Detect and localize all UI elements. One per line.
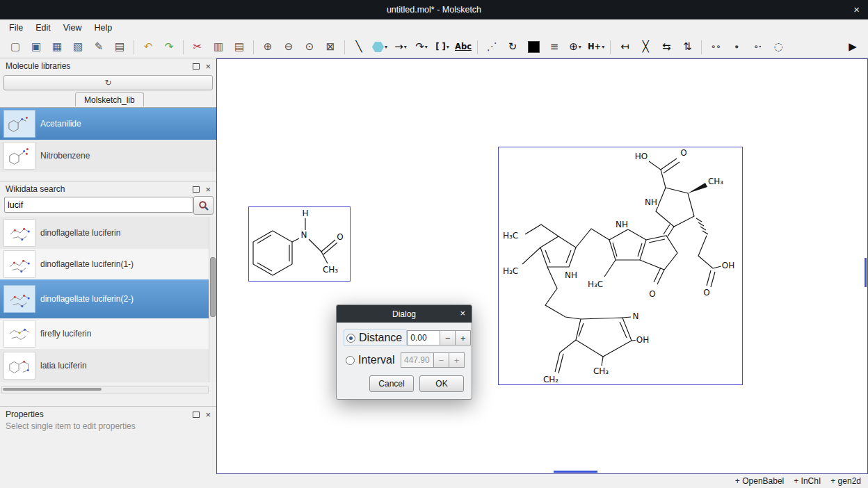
dialog-titlebar[interactable]: Dialog ×	[337, 305, 472, 323]
scrollbar-handle[interactable]	[3, 388, 102, 391]
zoom-out-button[interactable]: ⊖	[279, 39, 298, 56]
zoom-in-button[interactable]: ⊕	[258, 39, 278, 56]
flip-horizontal-tool-button[interactable]: ⇆	[657, 39, 676, 56]
properties-panel-title: Properties	[6, 409, 44, 419]
search-input[interactable]	[4, 197, 193, 213]
open-file-button[interactable]: ▣	[26, 39, 46, 56]
window-title: untitled.mol* - Molsketch	[387, 5, 481, 15]
redo-button[interactable]: ↷	[159, 39, 179, 56]
tab-molsketch-lib[interactable]: Molsketch_lib	[75, 92, 144, 106]
library-item-nitrobenzene[interactable]: Nitrobenzene	[0, 140, 216, 172]
bracket-tool-button[interactable]: [ ]▾	[433, 39, 452, 56]
float-panel-icon[interactable]	[193, 412, 200, 418]
ring-tool-button[interactable]: ▾	[370, 39, 389, 56]
libraries-panel-header: Molecule libraries ×	[0, 60, 216, 72]
dialog-close-button[interactable]: ×	[460, 308, 465, 318]
search-result-label: latia luciferin	[40, 361, 87, 371]
zoom-fit-button[interactable]: ⊠	[321, 39, 340, 56]
draw-tool-button[interactable]: ╲	[349, 39, 369, 56]
toolbar-extension-button[interactable]: ▶	[843, 39, 862, 56]
connect-tool-button[interactable]: ↤	[615, 39, 634, 56]
flip-horizontal-tool-icon: ⇆	[662, 42, 671, 52]
molecule-dinoflagellate-luciferin[interactable]: HOOCH₃NHNHH₃CH₃CNHH₃COOHONOHCH₃CH₂	[498, 147, 743, 385]
reaction-arrow-tool-button[interactable]: →▾	[391, 39, 410, 56]
search-result-item[interactable]: firefly luciferin	[0, 318, 216, 349]
search-horizontal-scrollbar[interactable]	[1, 387, 209, 393]
rotate-tool-button[interactable]: ↻	[503, 39, 522, 56]
line-width-tool-button[interactable]: ≡	[545, 39, 564, 56]
distance-row: Distance 0.00 − +	[344, 329, 465, 347]
paste-button[interactable]: ▤	[230, 39, 249, 56]
radical-tool-button[interactable]: ∙	[727, 39, 746, 56]
undo-button[interactable]: ↶	[138, 39, 158, 56]
atom-label: H₃C	[587, 280, 604, 289]
distance-value-field[interactable]: 0.00	[407, 330, 440, 345]
cut-icon: ✂	[193, 42, 202, 52]
molecule-acetanilide[interactable]: HNOCH₃	[248, 206, 351, 282]
aromaticity-tool-button[interactable]: ◌	[769, 39, 788, 56]
menu-edit[interactable]: Edit	[29, 21, 57, 35]
lone-pair-tool-button[interactable]: ∘∘	[706, 39, 725, 56]
interval-decrement-button[interactable]: −	[434, 352, 449, 368]
interval-increment-button[interactable]: +	[449, 352, 465, 368]
search-result-item-selected[interactable]: dinoflagellate luciferin(2-)	[0, 279, 216, 318]
canvas-horizontal-scroll-indicator[interactable]	[554, 471, 597, 473]
ok-button[interactable]: OK	[419, 375, 464, 392]
hydrogen-tool-button[interactable]: H+▾	[586, 39, 606, 56]
atom-label: H₃C	[502, 267, 519, 276]
distance-decrement-button[interactable]: −	[440, 330, 456, 345]
distance-radio[interactable]: Distance	[344, 330, 407, 346]
redo-icon: ↷	[165, 42, 174, 52]
bond-skeleton	[499, 147, 742, 384]
close-panel-icon[interactable]: ×	[205, 185, 211, 194]
properties-message: Select single item to edit properties	[6, 421, 211, 431]
atom-label: N	[632, 312, 640, 321]
search-vertical-scrollbar[interactable]	[209, 217, 216, 382]
zoom-original-button[interactable]: ⊙	[300, 39, 319, 56]
atom-label: OH	[721, 261, 735, 270]
color-picker-button[interactable]	[524, 39, 543, 56]
save-file-button[interactable]: ▦	[47, 39, 67, 56]
titlebar: untitled.mol* - Molsketch ×	[0, 0, 868, 19]
toolbar-separator	[253, 40, 254, 54]
search-result-item[interactable]: dinoflagellate luciferin(1-)	[0, 249, 216, 279]
atom-label: CH₂	[542, 375, 559, 384]
float-panel-icon[interactable]	[193, 63, 200, 70]
print-document-button[interactable]: ▤	[110, 39, 129, 56]
line-width-tool-icon: ≡	[550, 42, 559, 52]
hatch-tool-button[interactable]: ⋰	[482, 39, 501, 56]
search-result-item[interactable]: latia luciferin	[0, 349, 216, 382]
distance-increment-button[interactable]: +	[456, 330, 471, 345]
new-document-button[interactable]: ▢	[6, 39, 25, 56]
delete-tool-button[interactable]: ╳	[636, 39, 655, 56]
interval-value-field[interactable]: 447.90	[401, 352, 434, 368]
flip-vertical-tool-button[interactable]: ⇅	[677, 39, 697, 56]
close-panel-icon[interactable]: ×	[205, 410, 211, 419]
cut-button[interactable]: ✂	[188, 39, 207, 56]
search-button[interactable]	[193, 196, 214, 215]
edit-document-button[interactable]: ✎	[89, 39, 108, 56]
scrollbar-handle[interactable]	[210, 257, 216, 317]
save-as-button[interactable]: ▧	[68, 39, 88, 56]
copy-button[interactable]: ▥	[209, 39, 228, 56]
open-file-icon: ▣	[31, 42, 41, 52]
cancel-button[interactable]: Cancel	[369, 375, 414, 392]
window-close-button[interactable]: ×	[853, 3, 860, 15]
save-file-icon: ▦	[52, 42, 62, 52]
search-result-item[interactable]: dinoflagellate luciferin	[0, 217, 216, 249]
close-panel-icon[interactable]: ×	[205, 62, 211, 71]
float-panel-icon[interactable]	[193, 186, 200, 193]
electron-system-tool-button[interactable]: ∘∙	[748, 39, 767, 56]
interval-radio[interactable]: Interval	[344, 352, 399, 368]
menu-view[interactable]: View	[57, 21, 88, 35]
charge-tool-button[interactable]: ⊕▾	[565, 39, 585, 56]
menu-help[interactable]: Help	[88, 21, 119, 35]
reload-library-button[interactable]: ↻	[3, 75, 213, 90]
toolbar: ▢▣▦▧✎▤↶↷✂▥▤⊕⊖⊙⊠╲▾→▾↷▾[ ]▾Abc⋰↻≡⊕▾H+▾↤╳⇆⇅…	[0, 36, 868, 58]
drawing-canvas[interactable]: HNOCH₃	[216, 58, 868, 474]
mechanism-arrow-tool-button[interactable]: ↷▾	[412, 39, 431, 56]
text-tool-button[interactable]: Abc	[453, 39, 473, 56]
menu-file[interactable]: File	[3, 21, 29, 35]
canvas-vertical-scroll-indicator[interactable]	[865, 258, 867, 287]
library-item-acetanilide[interactable]: Acetanilide	[0, 108, 216, 140]
